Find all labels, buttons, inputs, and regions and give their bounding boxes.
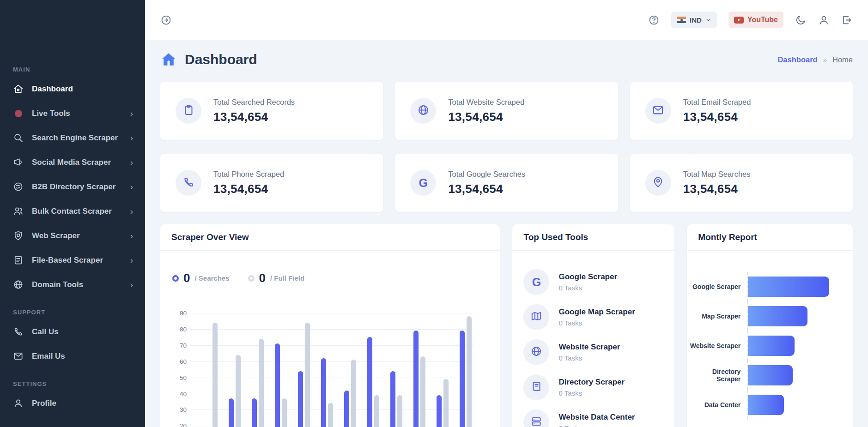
sidebar-item-label: File-Based Scraper <box>32 256 103 265</box>
stat-value: 13,54,654 <box>213 182 284 196</box>
overview-bar-chart: 9080706050403020 <box>171 295 489 427</box>
sidebar-item-label: Profile <box>32 399 56 408</box>
sidebar-item-social-media-scraper[interactable]: Social Media Scraper› <box>0 150 145 174</box>
youtube-button[interactable]: YouTube <box>728 12 783 28</box>
stats-grid: Total Searched Records13,54,654Total Web… <box>160 82 853 212</box>
sidebar-section-support: SUPPORTCall UsEmail Us <box>0 309 145 368</box>
megaphone-icon <box>13 157 24 168</box>
legend-item--searches[interactable]: 0/ Searches <box>172 271 230 285</box>
chevron-right-icon: › <box>130 158 133 167</box>
legend-count: 0 <box>259 271 266 285</box>
panel-header: Scraper Over View <box>160 224 500 251</box>
chevron-right-icon: › <box>130 207 133 216</box>
sidebar-item-live-tools[interactable]: Live Tools› <box>0 101 145 126</box>
stat-icon-circle <box>410 98 436 124</box>
tool-info: Directory Scraper0 Tasks <box>558 378 625 397</box>
map-pin-icon <box>652 176 664 190</box>
breadcrumb-dashboard-link[interactable]: Dashboard <box>777 55 817 64</box>
monthly-category-label: Data Center <box>687 401 747 409</box>
sidebar-item-dashboard[interactable]: Dashboard <box>0 77 145 101</box>
profile-button[interactable] <box>818 14 830 26</box>
sidebar-item-email-us[interactable]: Email Us <box>0 344 145 368</box>
user-icon <box>13 398 24 409</box>
sidebar-item-bulk-contact-scraper[interactable]: Bulk Contact Scraper› <box>0 199 145 223</box>
tool-row-website-data-center[interactable]: Website Data Center0 Tasks <box>523 405 663 427</box>
envelope-icon <box>13 351 24 361</box>
stat-icon-circle <box>645 170 671 196</box>
legend-label: / Searches <box>194 274 229 282</box>
monthly-bar-area <box>747 390 842 420</box>
panel-title: Scraper Over View <box>171 232 249 242</box>
stat-icon-circle: G <box>410 170 436 196</box>
legend-item--full-field[interactable]: 0/ Full Field <box>248 271 305 285</box>
sidebar-item-call-us[interactable]: Call Us <box>0 319 145 344</box>
stat-icon-circle <box>176 98 201 124</box>
bar-full-field <box>374 395 379 427</box>
tools-list: GGoogle Scraper0 TasksGoogle Map Scraper… <box>512 251 674 427</box>
top-used-tools-panel: Top Used Tools GGoogle Scraper0 TasksGoo… <box>512 224 674 427</box>
panel-header: Montly Report <box>687 224 853 251</box>
sidebar-item-domain-tools[interactable]: Domain Tools› <box>0 272 145 297</box>
tool-task-count: 0 Tasks <box>558 354 620 362</box>
stat-value: 13,54,654 <box>448 182 525 196</box>
language-code: IND <box>690 16 702 24</box>
live-dot-icon <box>13 108 24 119</box>
chevron-right-icon: › <box>130 280 133 289</box>
page-title: Dashboard <box>185 52 257 67</box>
bar-full-field <box>467 316 472 427</box>
bar-searches <box>367 337 372 427</box>
topbar: IND YouTube <box>145 0 868 40</box>
stat-icon-circle <box>176 170 201 196</box>
sidebar-item-label: Bulk Contact Scraper <box>32 207 112 216</box>
monthly-bar <box>748 336 794 356</box>
logout-button[interactable] <box>841 14 853 26</box>
tool-row-google-scraper[interactable]: GGoogle Scraper0 Tasks <box>523 265 663 300</box>
gridline <box>190 378 473 378</box>
sidebar-item-web-scraper[interactable]: Web Scraper› <box>0 223 145 248</box>
monthly-row-data-center: Data Center <box>687 390 842 420</box>
chevron-right-icon: › <box>130 256 133 265</box>
sidebar-item-file-based-scraper[interactable]: File-Based Scraper› <box>0 248 145 272</box>
sidebar-item-label: Social Media Scraper <box>32 158 111 167</box>
tool-row-google-map-scraper[interactable]: Google Map Scraper0 Tasks <box>523 300 663 335</box>
bar-searches <box>413 331 419 427</box>
gridline <box>190 361 473 362</box>
monthly-bar-chart: Google ScraperMap ScraperWebsite Scraper… <box>687 251 853 420</box>
chevron-right-icon: › <box>130 231 133 240</box>
y-axis-tick: 70 <box>171 342 187 349</box>
sidebar-item-profile[interactable]: Profile <box>0 391 145 415</box>
stat-label: Total Map Searches <box>683 170 751 179</box>
tool-info: Website Scraper0 Tasks <box>558 343 620 362</box>
tool-row-website-scraper[interactable]: Website Scraper0 Tasks <box>523 335 663 370</box>
stat-value: 13,54,654 <box>683 110 751 124</box>
home-icon <box>160 51 177 68</box>
stat-card-total-email-scraped: Total Email Scraped13,54,654 <box>630 82 853 140</box>
panel-title: Montly Report <box>698 232 757 242</box>
help-button[interactable] <box>648 14 660 26</box>
bar-searches <box>321 358 326 427</box>
sidebar-item-b2b-directory-scraper[interactable]: B2B Directory Scraper› <box>0 174 145 199</box>
bar-full-field <box>282 398 287 427</box>
bar-searches <box>229 398 234 427</box>
sidebar-item-search-engine-scraper[interactable]: Search Engine Scraper› <box>0 126 145 150</box>
monthly-bar <box>748 277 829 297</box>
sidebar-item-label: B2B Directory Scraper <box>32 182 115 192</box>
monthly-category-label: Directory Scraper <box>687 368 747 383</box>
clipboard-icon <box>182 104 195 118</box>
envelope-icon <box>652 104 664 118</box>
tool-task-count: 0 Tasks <box>558 319 635 327</box>
sidebar-item-label: Search Engine Scraper <box>32 133 118 143</box>
globe-icon <box>530 345 542 359</box>
sidebar-section-label: SETTINGS <box>0 380 145 387</box>
language-selector[interactable]: IND <box>671 12 717 28</box>
stat-label: Total Searched Records <box>213 98 295 107</box>
bar-full-field <box>236 355 241 427</box>
tool-info: Google Scraper0 Tasks <box>558 272 617 292</box>
tool-row-directory-scraper[interactable]: Directory Scraper0 Tasks <box>523 370 663 405</box>
chevron-right-icon: › <box>130 182 133 191</box>
sidebar-toggle-button[interactable] <box>160 14 172 26</box>
dark-mode-toggle[interactable] <box>795 14 807 26</box>
stat-card-total-google-searches: GTotal Google Searches13,54,654 <box>395 154 618 212</box>
map-icon <box>530 310 542 324</box>
chevron-right-icon: › <box>130 133 133 142</box>
